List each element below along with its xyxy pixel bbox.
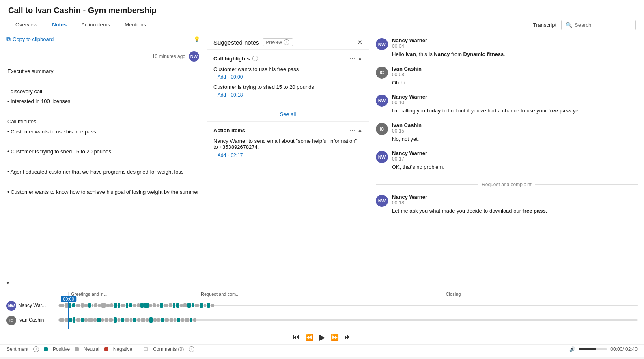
add-highlight-2-button[interactable]: + Add bbox=[213, 92, 226, 98]
timeline-user-name-nw: Nancy War... bbox=[18, 303, 46, 308]
action-items-collapse-button[interactable]: ▲ bbox=[358, 127, 362, 133]
highlights-more-button[interactable]: ··· bbox=[350, 55, 355, 62]
action-items-more-button[interactable]: ··· bbox=[350, 127, 355, 134]
suggested-notes-title: Suggested notes bbox=[213, 39, 259, 46]
add-action-1-button[interactable]: + Add bbox=[213, 153, 226, 158]
transcript-avatar-ic-1: IC bbox=[376, 67, 388, 79]
sentiment-positive-dot bbox=[44, 347, 48, 351]
search-input[interactable] bbox=[575, 22, 631, 28]
fast-forward-button[interactable]: ⏩ bbox=[331, 333, 339, 341]
transcript-avatar-nw-4: NW bbox=[376, 195, 388, 207]
transcript-entry-5: NW Nancy Warner 00:17 OK, that's no prob… bbox=[376, 150, 638, 171]
add-highlight-1-button[interactable]: + Add bbox=[213, 74, 226, 80]
transcript-entry-4: IC Ivan Cashin 00:15 No, not yet. bbox=[376, 122, 638, 143]
transcript-avatar-nw-3: NW bbox=[376, 151, 388, 163]
timeline-avatar-ic: IC bbox=[6, 316, 16, 325]
skip-to-end-button[interactable]: ⏭ bbox=[345, 333, 351, 341]
highlights-info-icon: i bbox=[252, 56, 258, 61]
search-icon: 🔍 bbox=[566, 22, 572, 28]
transcript-avatar-ic-2: IC bbox=[376, 123, 388, 135]
action-item-1: Nancy Warner to send email about "some h… bbox=[213, 138, 362, 158]
transcript-entry-1: NW Nancy Warner 00:04 Hello Ivan, this i… bbox=[376, 37, 638, 58]
info-icon-comments: i bbox=[189, 346, 194, 352]
current-time-display: 00:00/ 02:40 bbox=[610, 346, 638, 352]
action-items-title: Action items bbox=[213, 127, 245, 133]
transcript-entry-3: NW Nancy Warner 00:10 I'm calling you to… bbox=[376, 94, 638, 115]
comments-label: Comments (0) bbox=[153, 346, 184, 352]
transcript-avatar-nw-1: NW bbox=[376, 38, 388, 50]
info-icon: i bbox=[284, 39, 289, 45]
collapse-notes-button[interactable]: ▾ bbox=[6, 279, 9, 286]
timeline-label-greetings: Greetings and in... bbox=[68, 292, 198, 297]
info-icon-sentiment: i bbox=[33, 346, 39, 352]
timeline-user-name-ic: Ivan Cashin bbox=[18, 317, 44, 323]
sentiment-label: Sentiment bbox=[6, 346, 28, 352]
timeline-row-nancy[interactable]: NW Nancy War... bbox=[3, 298, 641, 313]
sentiment-positive-label: Positive bbox=[53, 346, 70, 352]
transcript-entry-2: IC Ivan Cashin 00:08 Oh hi. bbox=[376, 66, 638, 87]
author-avatar: NW bbox=[189, 51, 199, 62]
transcript-avatar-nw-2: NW bbox=[376, 95, 388, 107]
play-pause-button[interactable]: ▶ bbox=[319, 332, 325, 342]
transcript-entry-6: NW Nancy Warner 00:18 Let me ask you wha… bbox=[376, 194, 638, 215]
volume-slider[interactable] bbox=[579, 348, 607, 350]
rewind-button[interactable]: ⏪ bbox=[305, 333, 313, 341]
sentiment-negative-label: Negative bbox=[113, 346, 132, 352]
search-box[interactable]: 🔍 bbox=[561, 20, 636, 30]
skip-to-start-button[interactable]: ⏮ bbox=[293, 333, 299, 341]
see-all-button[interactable]: See all bbox=[280, 111, 296, 117]
highlight-item-2: Customer is trying to shed 15 to 20 poun… bbox=[213, 84, 362, 98]
highlight-1-time-link[interactable]: 00:00 bbox=[230, 74, 243, 80]
copy-to-clipboard-button[interactable]: ⧉ Copy to clipboard bbox=[6, 36, 54, 43]
copy-icon: ⧉ bbox=[6, 36, 11, 43]
timestamp: 10 minutes ago bbox=[152, 54, 185, 59]
transcript-label: Transcript bbox=[533, 22, 561, 28]
sentiment-neutral-dot bbox=[75, 347, 79, 351]
timeline-label-request: Request and com... bbox=[198, 292, 328, 297]
volume-icon: 🔊 bbox=[569, 346, 575, 352]
page-title: Call to Ivan Cashin - Gym membership bbox=[0, 0, 644, 17]
sentiment-neutral-label: Neutral bbox=[84, 346, 99, 352]
preview-badge: Preview i bbox=[263, 38, 293, 46]
tab-notes[interactable]: Notes bbox=[45, 17, 74, 32]
tab-action-items[interactable]: Action items bbox=[74, 17, 117, 32]
notes-content: Executive summary: - discovery call - In… bbox=[7, 67, 199, 196]
tab-overview[interactable]: Overview bbox=[8, 17, 45, 32]
highlight-2-time-link[interactable]: 00:18 bbox=[230, 92, 243, 98]
highlights-collapse-button[interactable]: ▲ bbox=[358, 56, 362, 61]
timeline-avatar-nw: NW bbox=[6, 301, 16, 311]
timeline-row-ivan[interactable]: IC Ivan Cashin bbox=[3, 313, 641, 327]
call-highlights-title: Call highlights bbox=[213, 56, 250, 62]
section-divider-request: Request and complaint bbox=[376, 182, 638, 187]
action-1-time-link[interactable]: 02:17 bbox=[230, 153, 243, 158]
lightbulb-icon[interactable]: 💡 bbox=[194, 36, 200, 42]
highlight-item-1: Customer wants to use his free pass + Ad… bbox=[213, 66, 362, 80]
tab-mentions[interactable]: Mentions bbox=[117, 17, 153, 32]
close-suggested-button[interactable]: ✕ bbox=[357, 39, 362, 46]
playhead-label: 00:00 bbox=[61, 296, 76, 302]
sentiment-negative-dot bbox=[104, 347, 108, 351]
timeline-label-closing: Closing bbox=[328, 292, 576, 297]
